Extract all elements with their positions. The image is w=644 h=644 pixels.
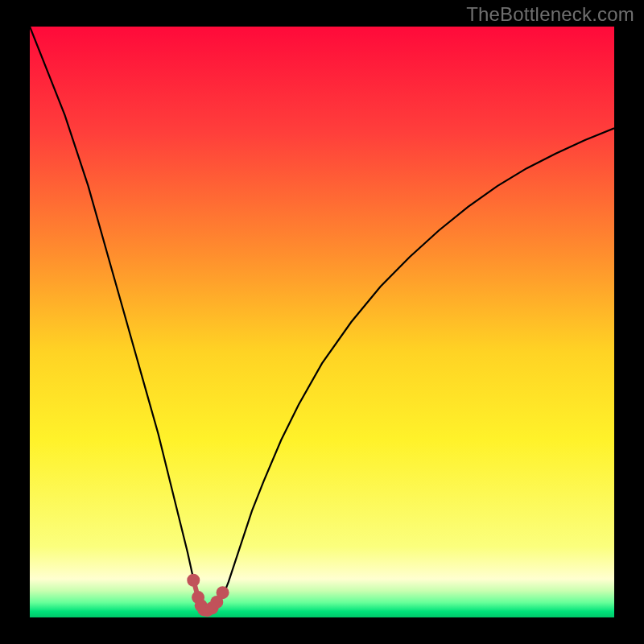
chart-gradient-background (30, 27, 614, 617)
bottleneck-chart (0, 0, 644, 644)
watermark-text: TheBottleneck.com (466, 3, 634, 26)
